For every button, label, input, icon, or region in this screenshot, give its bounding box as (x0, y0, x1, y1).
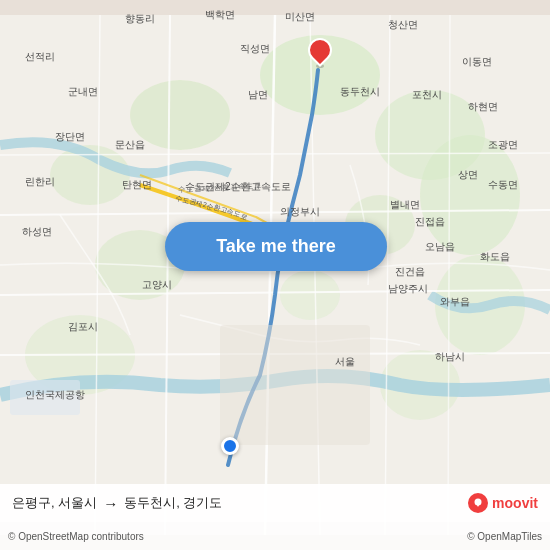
osm-attribution: © OpenStreetMap contributors (8, 531, 144, 542)
label-jogwang: 조광면 (488, 138, 518, 152)
label-sang: 상면 (458, 168, 478, 182)
label-cheongsan: 청산면 (388, 18, 418, 32)
moovit-text: moovit (492, 495, 538, 511)
label-idong: 이동면 (462, 55, 492, 69)
label-wabu: 와부읍 (440, 295, 470, 309)
label-munsan: 문산읍 (115, 138, 145, 152)
arrow-icon: → (103, 495, 118, 512)
label-misan: 미산면 (285, 10, 315, 24)
label-namyangju: 남양주시 (388, 282, 428, 296)
label-tanhyeon: 탄현면 (122, 178, 152, 192)
svg-point-2 (130, 80, 230, 150)
moovit-svg (472, 497, 484, 509)
label-jinjeon: 진접읍 (415, 215, 445, 229)
label-jangdan: 장단면 (55, 130, 85, 144)
label-sudong: 수동면 (488, 178, 518, 192)
label-hwado: 화도읍 (480, 250, 510, 264)
map-svg: 수도권제2순환고속도로 (0, 0, 550, 550)
origin-label: 은평구, 서울시 (12, 494, 97, 512)
label-jingeon: 진건읍 (395, 265, 425, 279)
destination-pin (308, 38, 332, 70)
label-dongducheon: 동두천시 (340, 85, 380, 99)
label-rinhari: 린한리 (25, 175, 55, 189)
take-me-there-button[interactable]: Take me there (165, 222, 387, 271)
svg-point-8 (280, 270, 340, 320)
label-haseong: 하성면 (22, 225, 52, 239)
destination-label: 동두천시, 경기도 (124, 494, 222, 512)
attribution-bar: © OpenStreetMap contributors © OpenMapTi… (0, 522, 550, 550)
label-jikseong: 직성면 (240, 42, 270, 56)
omt-attribution: © OpenMapTiles (467, 531, 542, 542)
map-container: 수도권제2순환고속도로 향동리 백학면 미산면 청산면 선적리 직성면 이동면 … (0, 0, 550, 550)
moovit-logo-bar: moovit (468, 484, 550, 522)
label-onam: 오남읍 (425, 240, 455, 254)
origin-dot (221, 437, 239, 455)
moovit-icon (468, 493, 488, 513)
label-baekhak: 백학면 (205, 8, 235, 22)
svg-rect-23 (220, 325, 370, 445)
label-byeolnae: 별내면 (390, 198, 420, 212)
label-gimpo: 김포시 (68, 320, 98, 334)
label-hyangdong: 향동리 (125, 12, 155, 26)
label-seoul: 서울 (335, 355, 355, 369)
label-nam: 남면 (248, 88, 268, 102)
label-seonjeogli: 선적리 (25, 50, 55, 64)
label-hanam: 하남시 (435, 350, 465, 364)
label-pocheon: 포천시 (412, 88, 442, 102)
label-goyang: 고양시 (142, 278, 172, 292)
label-gunnae: 군내면 (68, 85, 98, 99)
svg-marker-26 (476, 504, 480, 508)
label-hahyeon: 하현면 (468, 100, 498, 114)
label-uijeongbu: 의정부시 (280, 205, 320, 219)
label-airport: 인천국제공항 (25, 388, 85, 402)
